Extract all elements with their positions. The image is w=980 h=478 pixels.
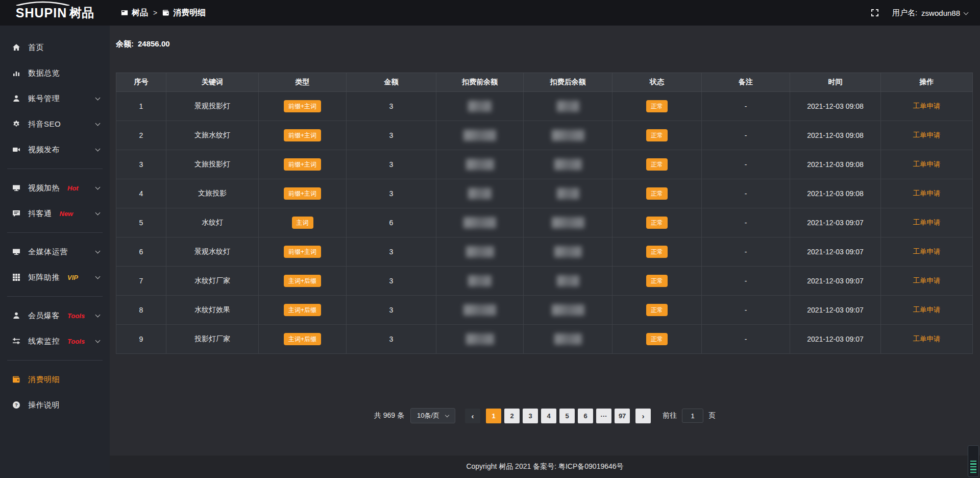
sidebar-item-video-publish[interactable]: 视频发布 <box>0 137 110 162</box>
table-row: 5水纹灯主词6正常-2021-12-03 09:07工单申请 <box>116 208 973 237</box>
work-order-link[interactable]: 工单申请 <box>913 335 941 343</box>
redacted-value <box>554 159 582 170</box>
cell-type: 主词+后缀 <box>259 325 347 354</box>
page-button-5[interactable]: 5 <box>559 409 575 423</box>
cell-remark: - <box>702 325 790 354</box>
cell-balance-before <box>436 296 524 325</box>
sidebar-item-account-management[interactable]: 账号管理 <box>0 86 110 111</box>
cell-time: 2021-12-03 09:08 <box>790 121 881 150</box>
work-order-link[interactable]: 工单申请 <box>913 131 941 139</box>
cell-keyword: 水纹灯 <box>166 208 259 237</box>
page-button-4[interactable]: 4 <box>541 409 556 423</box>
cell-status: 正常 <box>612 325 702 354</box>
username-value: zswodun88 <box>921 9 960 17</box>
wallet-icon <box>162 9 169 16</box>
cell-amount: 6 <box>347 208 436 237</box>
sidebar-item-matrix-boost[interactable]: 矩阵助推VIP <box>0 265 110 290</box>
cell-status: 正常 <box>612 150 702 179</box>
cell-type: 主词+后缀 <box>259 296 347 325</box>
work-order-link[interactable]: 工单申请 <box>913 306 941 314</box>
breadcrumb-label: 树品 <box>132 8 148 18</box>
cell-action: 工单申请 <box>881 121 973 150</box>
fullscreen-icon[interactable] <box>871 9 879 17</box>
page-button-3[interactable]: 3 <box>523 409 538 423</box>
cell-balance-after <box>524 325 612 354</box>
cell-balance-before <box>436 92 524 121</box>
cell-type: 前缀+主词 <box>259 92 347 121</box>
redacted-value <box>463 130 496 141</box>
type-badge: 前缀+主词 <box>284 246 321 258</box>
sidebar-item-data-overview[interactable]: 数据总览 <box>0 60 110 86</box>
sidebar-item-douyin-seo[interactable]: 抖音SEO <box>0 111 110 137</box>
sidebar-item-home[interactable]: 首页 <box>0 35 110 60</box>
cell-remark: - <box>702 267 790 296</box>
cell-time: 2021-12-03 09:08 <box>790 92 881 121</box>
sidebar-item-video-heating[interactable]: 视频加热Hot <box>0 175 110 201</box>
work-order-link[interactable]: 工单申请 <box>913 248 941 255</box>
chevron-down-icon <box>95 338 101 343</box>
sidebar-item-all-media-operation[interactable]: 全媒体运营 <box>0 239 110 265</box>
redacted-value <box>468 188 492 199</box>
page-ellipsis-button[interactable]: ··· <box>596 409 611 423</box>
cell-balance-after <box>524 92 612 121</box>
page-button-97[interactable]: 97 <box>615 409 630 423</box>
status-badge: 正常 <box>646 158 668 171</box>
status-badge: 正常 <box>646 217 668 229</box>
page-button-1[interactable]: 1 <box>486 409 501 423</box>
breadcrumb: 树品>消费明细 <box>121 8 206 18</box>
page-button-2[interactable]: 2 <box>504 409 520 423</box>
status-badge: 正常 <box>646 304 668 316</box>
work-order-link[interactable]: 工单申请 <box>913 102 941 110</box>
cell-time: 2021-12-03 09:07 <box>790 237 881 267</box>
work-order-link[interactable]: 工单申请 <box>913 160 941 168</box>
cell-amount: 3 <box>347 237 436 267</box>
cell-action: 工单申请 <box>881 208 973 237</box>
type-badge: 前缀+主词 <box>284 187 321 200</box>
cell-no: 5 <box>116 208 166 237</box>
wallet-icon <box>12 375 20 384</box>
goto-page-input[interactable] <box>682 409 703 423</box>
type-badge: 前缀+主词 <box>284 158 321 171</box>
sidebar-item-label: 抖客通 <box>28 209 52 219</box>
sidebar-item-member-burst[interactable]: 会员爆客Tools <box>0 303 110 328</box>
balance: 余额:24856.00 <box>116 26 974 49</box>
page-button-6[interactable]: 6 <box>578 409 593 423</box>
monitor-icon <box>12 184 20 192</box>
cell-time: 2021-12-03 09:08 <box>790 150 881 179</box>
work-order-link[interactable]: 工单申请 <box>913 277 941 284</box>
sidebar-item-tag: Tools <box>67 312 85 320</box>
cell-action: 工单申请 <box>881 150 973 179</box>
cell-remark: - <box>702 179 790 208</box>
side-widget[interactable] <box>968 445 979 477</box>
sidebar-item-consumption-detail[interactable]: 消费明细 <box>0 367 110 392</box>
cell-remark: - <box>702 296 790 325</box>
breadcrumb-item-0[interactable]: 树品 <box>121 8 148 18</box>
cell-action: 工单申请 <box>881 296 973 325</box>
work-order-link[interactable]: 工单申请 <box>913 219 941 226</box>
cell-no: 3 <box>116 150 166 179</box>
column-header: 扣费后余额 <box>524 73 612 92</box>
sidebar-item-doukaitong[interactable]: 抖客通New <box>0 201 110 226</box>
cell-no: 9 <box>116 325 166 354</box>
page-size-select[interactable]: 10条/页 <box>410 408 455 423</box>
cell-balance-before <box>436 267 524 296</box>
next-page-button[interactable]: › <box>635 409 651 423</box>
prev-page-button[interactable]: ‹ <box>465 409 480 423</box>
redacted-value <box>552 130 584 141</box>
sidebar: 首页数据总览账号管理抖音SEO视频发布视频加热Hot抖客通New全媒体运营矩阵助… <box>0 26 110 478</box>
chevron-down-icon <box>445 413 449 417</box>
page-size-value: 10条/页 <box>417 411 439 420</box>
status-badge: 正常 <box>646 246 668 258</box>
redacted-value <box>557 188 579 199</box>
type-badge: 主词+后缀 <box>284 333 321 345</box>
cell-balance-after <box>524 121 612 150</box>
column-header: 金额 <box>347 73 436 92</box>
cell-time: 2021-12-03 09:07 <box>790 325 881 354</box>
work-order-link[interactable]: 工单申请 <box>913 189 941 197</box>
sidebar-item-lead-monitoring[interactable]: 线索监控Tools <box>0 328 110 354</box>
sidebar-item-operation-guide[interactable]: ?操作说明 <box>0 392 110 418</box>
cell-keyword: 景观投影灯 <box>166 92 259 121</box>
breadcrumb-item-1[interactable]: 消费明细 <box>162 8 206 18</box>
user-menu[interactable]: 用户名: zswodun88 <box>892 8 968 18</box>
cell-type: 主词+后缀 <box>259 267 347 296</box>
